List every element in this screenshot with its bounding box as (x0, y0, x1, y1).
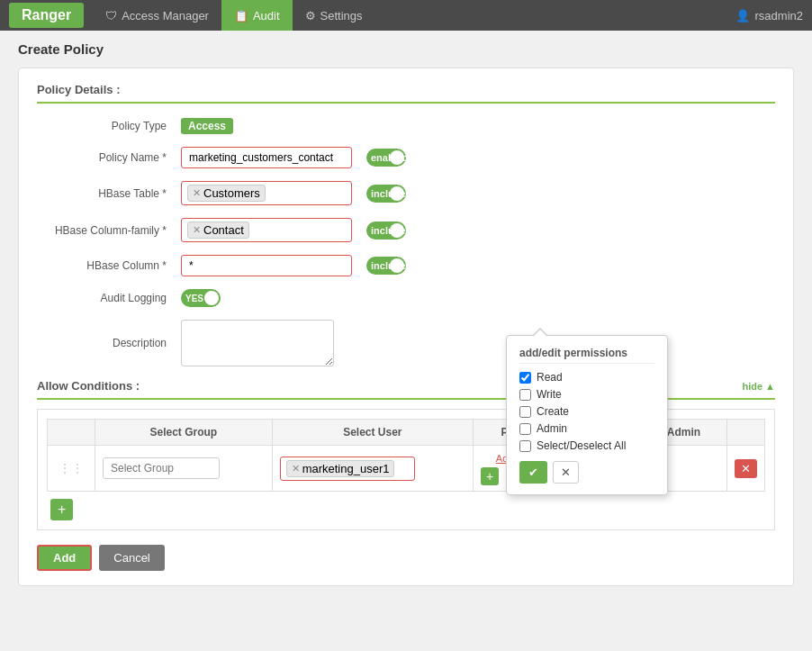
cancel-button[interactable]: Cancel (99, 545, 164, 571)
audit-logging-row: Audit Logging YES (37, 289, 775, 307)
hbase-cf-label: HBase Column-family * (37, 224, 181, 237)
select-group-input[interactable] (103, 457, 220, 479)
popup-item-read: Read (519, 371, 654, 384)
hbase-cf-toggle[interactable]: include (366, 222, 406, 240)
brand-logo: Ranger (9, 3, 84, 28)
audit-icon: 📋 (234, 9, 248, 23)
hbase-cf-toggle-wrap: include (366, 222, 406, 240)
navbar: Ranger 🛡 Access Manager 📋 Audit ⚙ Settin… (0, 0, 812, 31)
policy-type-badge: Access (181, 118, 233, 134)
hbase-cf-row: HBase Column-family * ✕ Contact include (37, 218, 775, 242)
hbase-col-row: HBase Column * include (37, 255, 775, 276)
toggle-knob (390, 223, 404, 238)
description-input[interactable] (181, 320, 334, 366)
shield-icon: 🛡 (105, 9, 117, 23)
nav-settings[interactable]: ⚙ Settings (293, 0, 375, 31)
popup-title: add/edit permissions (519, 347, 654, 364)
read-checkbox[interactable] (519, 372, 531, 384)
hbase-cf-tag: ✕ Contact (187, 222, 249, 239)
audit-toggle-wrap: YES (181, 289, 221, 307)
col-drag (48, 420, 95, 446)
popup-tail-inner (534, 330, 546, 336)
tag-remove-icon[interactable]: ✕ (193, 187, 201, 199)
policy-name-toggle[interactable]: enabled (366, 149, 406, 167)
audit-toggle[interactable]: YES (181, 289, 221, 307)
footer-buttons: Add Cancel (37, 545, 775, 571)
select-user-cell: ✕ marketing_user1 (272, 446, 473, 492)
toggle-knob (390, 186, 404, 201)
popup-buttons: ✔ ✕ (519, 461, 654, 484)
toggle-knob (204, 291, 219, 305)
create-label: Create (537, 405, 569, 418)
description-label: Description (37, 337, 181, 349)
hbase-table-toggle[interactable]: include (366, 185, 406, 203)
user-info: 👤 rsadmin2 (735, 9, 803, 23)
delete-row-button[interactable]: ✕ (735, 459, 757, 478)
tag-remove-icon[interactable]: ✕ (292, 463, 300, 475)
page-title: Create Policy (18, 41, 794, 57)
policy-card: Policy Details : Policy Type Access Poli… (18, 68, 794, 586)
hbase-table-toggle-wrap: include (366, 185, 406, 203)
toggle-knob (390, 150, 404, 165)
page-content: Create Policy Policy Details : Policy Ty… (0, 31, 812, 597)
nav-access-manager[interactable]: 🛡 Access Manager (93, 0, 221, 31)
tag-remove-icon[interactable]: ✕ (193, 224, 201, 236)
gear-icon: ⚙ (305, 9, 316, 23)
hide-link[interactable]: hide ▲ (742, 381, 775, 392)
hbase-col-label: HBase Column * (37, 259, 181, 272)
hbase-cf-input[interactable]: ✕ Contact (181, 218, 352, 242)
admin-checkbox[interactable] (519, 423, 531, 435)
nav-audit[interactable]: 📋 Audit (221, 0, 293, 31)
select-group-cell (95, 446, 273, 492)
select-deselect-checkbox[interactable] (519, 440, 531, 452)
add-permissions-button[interactable]: + (481, 467, 499, 485)
col-select-user: Select User (272, 420, 473, 446)
popup-item-write: Write (519, 388, 654, 401)
audit-logging-label: Audit Logging (37, 292, 181, 304)
permissions-popup: add/edit permissions Read Write Create A… (506, 335, 668, 495)
popup-ok-button[interactable]: ✔ (519, 461, 547, 484)
drag-handle-icon[interactable]: ⋮⋮ (55, 461, 87, 475)
popup-content: add/edit permissions Read Write Create A… (506, 335, 668, 495)
policy-type-label: Policy Type (37, 120, 181, 132)
hbase-table-label: HBase Table * (37, 187, 181, 200)
drag-handle-cell: ⋮⋮ (48, 446, 95, 492)
create-checkbox[interactable] (519, 406, 531, 418)
delete-cell: ✕ (727, 446, 765, 492)
toggle-knob (390, 258, 404, 273)
write-checkbox[interactable] (519, 389, 531, 401)
admin-label: Admin (537, 422, 567, 435)
policy-type-row: Policy Type Access (37, 118, 775, 134)
add-button[interactable]: Add (37, 545, 92, 571)
policy-name-toggle-wrap: enabled (366, 149, 406, 167)
hbase-col-input[interactable] (181, 255, 352, 276)
popup-item-create: Create (519, 405, 654, 418)
select-user-input[interactable]: ✕ marketing_user1 (280, 457, 415, 481)
popup-item-admin: Admin (519, 422, 654, 435)
hbase-col-toggle-wrap: include (366, 257, 406, 275)
popup-cancel-button[interactable]: ✕ (553, 461, 579, 484)
col-select-group: Select Group (95, 420, 273, 446)
user-tag: ✕ marketing_user1 (286, 460, 395, 477)
hbase-col-toggle[interactable]: include (366, 257, 406, 275)
policy-name-input[interactable] (181, 147, 352, 168)
add-row-button[interactable]: + (50, 499, 73, 520)
policy-name-label: Policy Name * (37, 151, 181, 164)
hbase-table-tag: ✕ Customers (187, 185, 266, 202)
user-icon: 👤 (735, 9, 750, 23)
policy-details-title: Policy Details : (37, 83, 775, 104)
hbase-table-input[interactable]: ✕ Customers (181, 181, 352, 205)
read-label: Read (537, 371, 563, 384)
popup-item-select-deselect: Select/Deselect All (519, 439, 654, 452)
col-action (727, 420, 765, 446)
hbase-table-row: HBase Table * ✕ Customers include (37, 181, 775, 205)
policy-name-row: Policy Name * enabled (37, 147, 775, 168)
write-label: Write (537, 388, 562, 401)
select-deselect-label: Select/Deselect All (537, 439, 626, 452)
